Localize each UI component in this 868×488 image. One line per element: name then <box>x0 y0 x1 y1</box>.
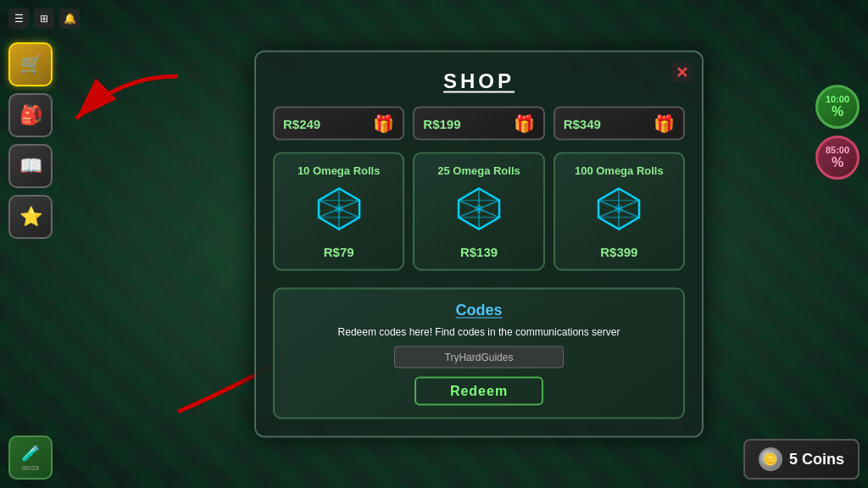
price-btn-3[interactable]: R$349 🎁 <box>554 107 685 141</box>
price-btn-2[interactable]: R$199 🎁 <box>413 107 544 141</box>
roll-price-1: R$79 <box>281 245 396 259</box>
coin-icon: 🪙 <box>759 447 782 471</box>
svg-point-8 <box>335 205 343 214</box>
price-3-label: R$349 <box>564 116 601 130</box>
close-button[interactable]: ✕ <box>671 63 692 83</box>
codes-input[interactable] <box>394 347 564 369</box>
svg-point-15 <box>475 205 483 214</box>
top-left-icons: ☰ ⊞ 🔔 <box>8 8 80 29</box>
left-sidebar: 🛒 🎒 📖 ⭐ <box>8 42 53 239</box>
bag-button[interactable]: 🎒 <box>8 93 53 137</box>
price-row: R$249 🎁 R$199 🎁 R$349 🎁 <box>273 107 685 141</box>
gift-icon-1: 🎁 <box>373 114 394 134</box>
green-percent-icon: % <box>832 104 843 119</box>
codes-description: Redeem codes here! Find codes in the com… <box>287 326 671 338</box>
roll-price-2: R$139 <box>421 245 536 259</box>
menu-icon[interactable]: ☰ <box>8 8 29 29</box>
right-sidebar: 10:00 % 85:00 % <box>815 85 860 180</box>
shop-button[interactable]: 🛒 <box>8 42 53 86</box>
gem-icon-1 <box>314 186 364 236</box>
bag-icon: 🎒 <box>19 104 42 126</box>
coins-text: 5 Coins <box>789 451 844 469</box>
coins-bar: 🪙 5 Coins <box>743 439 860 480</box>
price-1-label: R$249 <box>283 116 320 130</box>
book-icon: 📖 <box>19 155 42 177</box>
rolls-row: 10 Omega Rolls R$79 25 Omega Rolls <box>273 152 685 271</box>
pink-timer-button[interactable]: 85:00 % <box>815 136 860 180</box>
potion-icon: 🧪 <box>21 444 40 463</box>
potion-button[interactable]: 🧪 00:03 <box>8 435 53 480</box>
gem-icon-3 <box>593 186 644 236</box>
pink-percent-icon: % <box>832 155 843 170</box>
grid-icon[interactable]: ⊞ <box>34 8 54 29</box>
gift-icon-2: 🎁 <box>514 114 535 134</box>
roll-label-2: 25 Omega Rolls <box>421 164 536 177</box>
notification-icon[interactable]: 🔔 <box>59 8 80 29</box>
roll-price-3: R$399 <box>562 245 676 259</box>
green-timer-button[interactable]: 10:00 % <box>815 85 860 129</box>
pink-timer-value: 85:00 <box>826 145 849 155</box>
svg-point-22 <box>615 205 623 214</box>
roll-label-3: 100 Omega Rolls <box>562 164 676 177</box>
codes-title: Codes <box>287 302 671 319</box>
roll-label-1: 10 Omega Rolls <box>281 164 396 177</box>
star-button[interactable]: ⭐ <box>8 195 53 239</box>
price-btn-1[interactable]: R$249 🎁 <box>273 107 404 141</box>
roll-card-2[interactable]: 25 Omega Rolls R$139 <box>413 152 544 271</box>
roll-card-3[interactable]: 100 Omega Rolls R$399 <box>554 152 685 271</box>
potion-timer: 00:03 <box>22 464 39 472</box>
shop-modal: ✕ SHOP R$249 🎁 R$199 🎁 R$349 🎁 10 Omega … <box>254 51 704 438</box>
book-button[interactable]: 📖 <box>8 144 53 188</box>
price-2-label: R$199 <box>423 116 460 130</box>
gem-icon-2 <box>453 186 504 236</box>
codes-section: Codes Redeem codes here! Find codes in t… <box>273 288 685 419</box>
gift-icon-3: 🎁 <box>654 114 675 134</box>
star-icon: ⭐ <box>19 206 42 228</box>
roll-card-1[interactable]: 10 Omega Rolls R$79 <box>273 152 404 271</box>
redeem-button[interactable]: Redeem <box>415 377 543 406</box>
green-timer-value: 10:00 <box>826 94 849 104</box>
cart-icon: 🛒 <box>19 53 42 75</box>
shop-title: SHOP <box>273 69 685 93</box>
